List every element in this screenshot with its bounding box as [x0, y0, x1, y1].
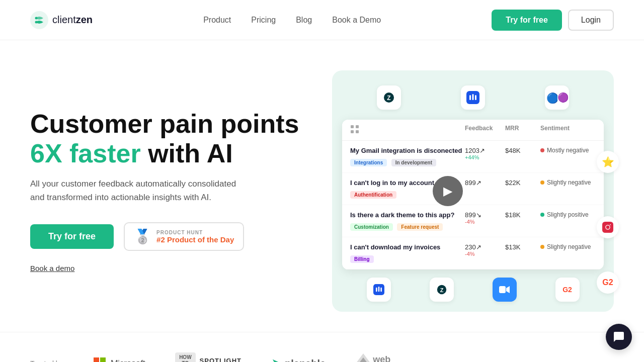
hero-book-demo-link[interactable]: Book a demo: [30, 264, 74, 273]
svg-rect-13: [351, 125, 354, 128]
nav-links: Product Pricing Blog Book a Demo: [203, 16, 381, 25]
sentiment-dot-red: [540, 148, 544, 152]
planable-icon: ➤: [272, 357, 281, 362]
row-sentiment: Slightly positive: [540, 211, 596, 218]
row-feedback: 899↗: [465, 179, 505, 187]
sentiment-dot-green: [540, 213, 544, 217]
sentiment-dot-yellow: [540, 180, 544, 185]
play-button[interactable]: ▶: [433, 176, 463, 206]
svg-point-1: [35, 17, 38, 19]
intercom-icon-bottom: [367, 278, 391, 302]
howtoweb-box: HOWTOWEB: [175, 352, 195, 362]
nav-book-demo[interactable]: Book a Demo: [332, 16, 381, 25]
svg-point-0: [30, 11, 48, 29]
planable-logo: ➤ planable: [272, 357, 326, 362]
table-row: I can't log in to my account Authentific…: [342, 173, 604, 205]
spotlight-text: SPOTLIGHT: [200, 357, 242, 363]
tag-billing: Billing: [350, 255, 374, 263]
planable-text: planable: [285, 358, 326, 363]
hero-subtitle: All your customer feedback automatically…: [30, 177, 252, 204]
svg-rect-18: [376, 288, 377, 292]
svg-rect-15: [351, 130, 354, 133]
table-col-mrr: MRR: [505, 125, 540, 135]
row-feedback-sub: -4%: [465, 219, 505, 225]
nav-login-button[interactable]: Login: [568, 10, 614, 31]
microsoft-text: Microsoft: [111, 358, 145, 363]
logos: Microsoft HOWTOWEB SPOTLIGHT final list …: [94, 352, 401, 362]
row-feedback: 899↘: [465, 211, 505, 219]
slack-icon-top: 🔵 🟣: [545, 85, 569, 110]
chat-icon: [613, 331, 625, 343]
row-mrr: $18K: [505, 211, 540, 219]
nav-actions: Try for free Login: [492, 10, 614, 31]
svg-point-2: [35, 21, 38, 23]
row-feedback: 1203↗: [465, 147, 505, 154]
g2-badge: G2: [597, 272, 619, 294]
intercom-icon-top: [461, 85, 485, 110]
nav-pricing[interactable]: Pricing: [251, 16, 276, 25]
trusted-label: Trusted by: [30, 359, 63, 362]
row-sentiment: Slightly negative: [540, 179, 596, 186]
row-title: My Gmail integration is disconected: [350, 147, 465, 154]
table-row: My Gmail integration is disconected Inte…: [342, 141, 604, 173]
hero-left: Customer pain points 6X faster with AI A…: [30, 109, 299, 274]
websummit-icon: [356, 353, 371, 362]
howtoweb-logo: HOWTOWEB SPOTLIGHT final list: [175, 352, 242, 362]
svg-rect-6: [469, 95, 471, 100]
product-hunt-badge[interactable]: 🥈 PRODUCT HUNT #2 Product of the Day: [124, 222, 244, 251]
svg-rect-8: [475, 95, 476, 100]
row-mrr: $48K: [505, 147, 540, 154]
instagram-badge: [597, 216, 619, 238]
sentiment-dot: [540, 245, 544, 249]
logo-icon: [30, 11, 48, 29]
row-feedback-sub: -4%: [465, 251, 505, 257]
table-row: I can't download my invoices Billing 230…: [342, 237, 604, 269]
svg-rect-16: [356, 130, 359, 133]
chat-button[interactable]: [606, 324, 632, 350]
tag-custom: Customization: [350, 223, 393, 231]
g2-icon-bottom: G2: [555, 278, 580, 302]
tag-auth: Authentification: [350, 191, 396, 199]
svg-rect-7: [472, 94, 473, 100]
tag-integrations: Integrations: [350, 159, 387, 166]
table-col-header-icon: [350, 125, 465, 135]
svg-rect-23: [499, 286, 506, 293]
svg-text:Z: Z: [440, 287, 443, 293]
nav-blog[interactable]: Blog: [296, 16, 312, 25]
tag-feature: Feature request: [397, 223, 443, 231]
zendesk-icon-bottom: Z: [430, 278, 454, 302]
dashboard-mockup: Z 🔵 🟣 ⭐ G2: [332, 70, 614, 312]
svg-point-12: [610, 224, 611, 225]
row-mrr: $13K: [505, 243, 540, 251]
logo[interactable]: clientzen: [30, 11, 93, 29]
nav-product[interactable]: Product: [203, 16, 231, 25]
svg-rect-14: [356, 125, 359, 128]
microsoft-logo: Microsoft: [94, 357, 145, 362]
star-badge: ⭐: [597, 151, 619, 173]
svg-rect-19: [378, 287, 379, 292]
hero-section: Customer pain points 6X faster with AI A…: [0, 40, 644, 332]
nav-try-free-button[interactable]: Try for free: [492, 10, 562, 31]
hero-title-green: 6X faster: [30, 139, 141, 168]
microsoft-grid-icon: [94, 357, 106, 362]
brand-name: clientzen: [52, 14, 93, 26]
row-feedback-sub: +44%: [465, 154, 505, 160]
trusted-inner: Trusted by Microsoft HOWTOWEB SPOTLIGHT …: [30, 352, 614, 362]
websummit-text: web summit: [373, 355, 401, 362]
svg-rect-20: [380, 288, 382, 292]
zoom-icon-bottom: [493, 278, 517, 302]
product-hunt-text: PRODUCT HUNT #2 Product of the Day: [156, 230, 234, 244]
product-hunt-label: PRODUCT HUNT: [156, 230, 234, 235]
trusted-section: Trusted by Microsoft HOWTOWEB SPOTLIGHT …: [0, 332, 644, 362]
row-title: Is there a dark theme to this app?: [350, 211, 465, 219]
table-header: Feedback MRR Sentiment: [342, 120, 604, 141]
howtoweb-text: SPOTLIGHT final list: [200, 357, 242, 363]
integration-icons-top: Z 🔵 🟣: [342, 85, 604, 110]
svg-rect-10: [602, 222, 613, 233]
svg-text:🔵: 🔵: [546, 92, 557, 104]
hero-buttons: Try for free 🥈 PRODUCT HUNT #2 Product o…: [30, 222, 299, 251]
hero-right: Z 🔵 🟣 ⭐ G2: [299, 70, 614, 312]
row-mrr: $22K: [505, 179, 540, 187]
row-sentiment: Slightly negative: [540, 243, 596, 250]
hero-try-free-button[interactable]: Try for free: [30, 224, 114, 249]
